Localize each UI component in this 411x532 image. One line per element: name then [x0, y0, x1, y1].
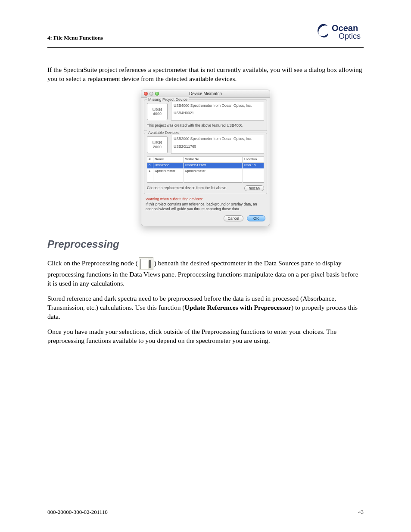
warning-body: If this project contains any reference, …: [146, 202, 257, 211]
page-header: 4: File Menu Functions Ocean Optics: [47, 22, 364, 47]
missing-device-legend: Missing Project Device: [147, 97, 189, 102]
device-mismatch-dialog: Device Mismatch Missing Project Device U…: [141, 90, 270, 226]
main-content: If the SpectraSuite project references a…: [47, 65, 364, 345]
dialog-figure: Device Mismatch Missing Project Device U…: [47, 90, 364, 226]
rescan-button[interactable]: rescan: [244, 185, 264, 191]
warning-block: Warning when substituting devices: If th…: [141, 195, 270, 212]
usb4000-icon: USB 4000: [147, 103, 168, 120]
missing-device-note: This project was created with the above …: [147, 123, 264, 128]
dialog-title: Device Mismatch: [141, 91, 270, 97]
logo-text-top: Ocean: [332, 23, 358, 33]
header-divider: [47, 47, 364, 48]
available-devices-group: Available Devices USB 2000 USB2000 Spect…: [144, 133, 267, 194]
intro-paragraph: If the SpectraSuite project references a…: [47, 65, 364, 84]
svg-point-0: [321, 28, 325, 34]
preprocessing-p2: Stored reference and dark spectra need t…: [47, 294, 364, 321]
page-footer: 000-20000-300-02-201110 43: [47, 509, 364, 516]
cancel-button[interactable]: Cancel: [224, 215, 243, 221]
missing-device-info: USB4000 Spectrometer from Ocean Optics, …: [171, 102, 264, 121]
available-devices-legend: Available Devices: [147, 130, 180, 135]
usb2000-icon: USB 2000: [147, 136, 168, 153]
available-device-info: USB2000 Spectrometer from Ocean Optics, …: [171, 135, 264, 154]
table-header-row: # Name Serial No. Location: [147, 157, 264, 163]
preprocessing-heading: Preprocessing: [47, 237, 364, 251]
missing-device-group: Missing Project Device USB 4000 USB4000 …: [144, 100, 267, 131]
table-row[interactable]: 0 USB2000 USB2G11765 USB : 0: [147, 163, 264, 168]
footer-docnum: 000-20000-300-02-201110: [47, 509, 108, 516]
table-row[interactable]: 1 Spectrometer Spectrometer: [147, 168, 264, 174]
ocean-optics-logo: Ocean Optics: [316, 22, 364, 41]
footer-divider: [47, 506, 364, 506]
preprocessing-node-icon: [139, 257, 153, 270]
footer-page-number: 43: [358, 509, 364, 516]
breadcrumb: 4: File Menu Functions: [47, 34, 103, 41]
choose-replacement-label: Choose a replacement device from the lis…: [147, 186, 227, 190]
preprocessing-p3: Once you have made your selections, clic…: [47, 327, 364, 345]
logo-text-bottom: Optics: [339, 32, 361, 40]
warning-title: Warning when substituting devices:: [146, 197, 203, 201]
preprocessing-p1: Click on the Preprocessing node () benea…: [47, 257, 364, 288]
available-devices-table[interactable]: # Name Serial No. Location 0 USB2000 USB…: [147, 156, 264, 183]
ok-button[interactable]: OK: [247, 215, 265, 221]
